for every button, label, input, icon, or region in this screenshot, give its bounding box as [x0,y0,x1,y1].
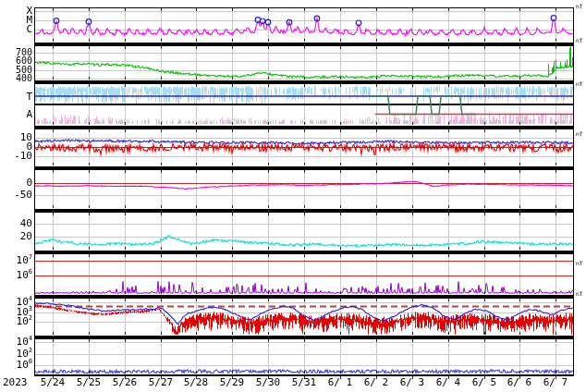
y-tick-label: -10 [0,150,32,162]
y-tick-label: 0 [0,177,32,189]
x-tick-label: 5/31 [286,376,323,388]
y-tick-label: 400 [0,73,32,83]
y-tick-label: 104 [0,336,32,348]
x-tick-label: 5/24 [34,376,71,388]
x-tick-label: 5/25 [70,376,107,388]
x-tick-label: 6/ 3 [394,376,431,388]
x-tick-label: 6/ 4 [430,376,467,388]
y-tick-label: 100 [0,359,32,371]
x-tick-label: 6/ 6 [501,376,538,388]
space-weather-overview-chart: 2023 XMC700600500400TA100-100-5040201071… [0,0,586,392]
x-tick-label: 6/ 1 [322,376,359,388]
unit-mark: nT [576,80,582,87]
y-tick-label: 20 [0,230,32,242]
y-tick-label: 102 [0,315,32,327]
x-tick-label: 5/28 [177,376,214,388]
y-tick-label: A [0,108,32,120]
x-tick-label: 6/ 7 [537,376,574,388]
year-label: 2023 [3,376,28,388]
chart-canvas [0,0,586,392]
x-tick-label: 5/29 [214,376,250,388]
y-tick-label: T [0,91,32,103]
y-tick-label: C [0,23,32,35]
unit-mark: nT [576,37,582,43]
y-tick-label: 107 [0,254,32,266]
y-tick-label: 106 [0,269,32,281]
unit-mark: nT [576,130,582,137]
x-tick-label: 6/ 5 [466,376,503,388]
y-tick-label: -50 [0,189,32,201]
x-tick-label: 5/26 [106,376,143,388]
unit-mark: nT [576,3,582,9]
unit-mark: nT [576,290,582,297]
x-tick-label: 5/30 [250,376,287,388]
y-tick-label: 102 [0,347,32,359]
y-tick-label: 40 [0,217,32,229]
x-tick-label: 6/ 2 [358,376,395,388]
unit-mark: nT [576,260,582,266]
x-tick-label: 5/27 [142,376,179,388]
